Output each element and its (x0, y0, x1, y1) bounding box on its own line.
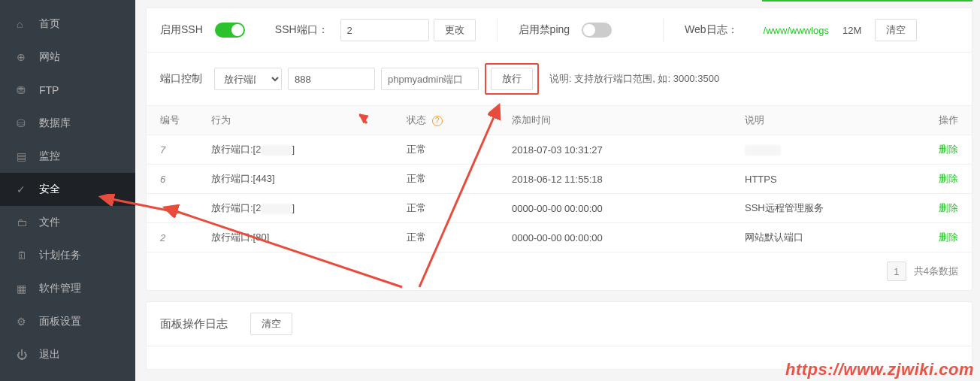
main: 启用SSH SSH端口： 更改 启用禁ping Web日志： /www/wwwl… (135, 0, 980, 381)
cell-ops: 删除 (927, 223, 972, 252)
cell-behavior: 放行端口:[80] (205, 223, 401, 252)
watermark: https://www.zjwiki.com (785, 360, 974, 379)
ssh-change-button[interactable]: 更改 (434, 19, 476, 41)
sidebar-item-label: 网站 (39, 50, 60, 64)
calendar-icon: 🗓 (17, 249, 32, 262)
table-row: 放行端口:[2xx]正常0000-00-00 00:00:00SSH远程管理服务… (147, 194, 972, 223)
separator (663, 19, 664, 41)
port-release-button[interactable]: 放行 (491, 68, 533, 90)
release-highlight: 放行 (485, 63, 539, 95)
ssh-toggle[interactable] (215, 23, 245, 38)
cell-ops: 删除 (927, 194, 972, 223)
gear-icon: ⚙ (17, 316, 32, 328)
sidebar-item-logout[interactable]: ⏻ 退出 (0, 338, 135, 371)
table-row: 7放行端口:[2xx]正常2018-07-03 10:31:27xxx删除 (147, 135, 972, 165)
ssh-row: 启用SSH SSH端口： 更改 启用禁ping Web日志： /www/wwwl… (147, 8, 972, 53)
weblog-clear-button[interactable]: 清空 (875, 19, 917, 41)
weblog-path[interactable]: /www/wwwlogs (764, 25, 829, 36)
delete-link[interactable]: 删除 (939, 202, 958, 213)
port-control-label: 端口控制 (160, 72, 202, 86)
ssh-enable-label: 启用SSH (160, 23, 203, 37)
help-icon[interactable]: ? (432, 116, 443, 126)
table-row: 2放行端口:[80]正常0000-00-00 00:00:00网站默认端口删除 (147, 223, 972, 252)
globe-icon: ⊕ (17, 51, 32, 63)
col-behavior: 行为 (205, 106, 401, 135)
sidebar-item-label: 计划任务 (39, 249, 81, 262)
cell-status: 正常 (401, 223, 506, 252)
sidebar-item-label: 监控 (39, 150, 60, 163)
sidebar-item-monitor[interactable]: ▤ 监控 (0, 140, 135, 173)
table-row: 6放行端口:[443]正常2018-06-12 11:55:18HTTPS删除 (147, 165, 972, 194)
port-number-input[interactable] (288, 68, 375, 90)
ping-label: 启用禁ping (519, 23, 570, 37)
sidebar-item-software[interactable]: ▦ 软件管理 (0, 272, 135, 305)
col-status: 状态 ? (401, 106, 506, 135)
cell-time: 2018-07-03 10:31:27 (506, 135, 739, 165)
port-help-text: 说明: 支持放行端口范围, 如: 3000:3500 (549, 72, 719, 86)
port-remark-input[interactable] (381, 68, 479, 90)
cell-behavior: 放行端口:[443] (205, 165, 401, 194)
grid-icon: ▦ (17, 283, 32, 295)
sidebar-item-label: 软件管理 (39, 282, 81, 295)
sidebar-item-label: 首页 (39, 17, 60, 31)
delete-link[interactable]: 删除 (939, 231, 958, 243)
cell-status: 正常 (401, 194, 506, 223)
delete-link[interactable]: 删除 (939, 144, 958, 155)
col-ops: 操作 (927, 106, 972, 135)
log-clear-button[interactable]: 清空 (250, 313, 292, 335)
cell-time: 0000-00-00 00:00:00 (506, 194, 739, 223)
table-header-row: 编号 行为 状态 ? 添加时间 说明 操作 (147, 106, 972, 135)
cell-desc: 网站默认端口 (739, 223, 927, 252)
sidebar-item-db[interactable]: ⛁ 数据库 (0, 107, 135, 140)
pagination: 1 共4条数据 (147, 252, 972, 290)
cell-desc: HTTPS (739, 165, 927, 194)
cell-id: 7 (147, 135, 205, 165)
ping-toggle[interactable] (582, 23, 612, 38)
col-id: 编号 (147, 106, 205, 135)
ssh-port-label: SSH端口： (275, 23, 328, 37)
sidebar-item-site[interactable]: ⊕ 网站 (0, 41, 135, 74)
log-panel-title: 面板操作日志 (160, 317, 228, 331)
sidebar-item-home[interactable]: ⌂ 首页 (0, 8, 135, 41)
separator (497, 19, 498, 41)
cell-behavior: 放行端口:[2xx] (205, 194, 401, 223)
port-control-row: 端口控制 放行端口 放行 说明: 支持放行端口范围, 如: 3000:3500 (147, 53, 972, 106)
cell-time: 2018-06-12 11:55:18 (506, 165, 739, 194)
delete-link[interactable]: 删除 (939, 173, 958, 184)
cell-time: 0000-00-00 00:00:00 (506, 223, 739, 252)
cell-desc: SSH远程管理服务 (739, 194, 927, 223)
cell-ops: 删除 (927, 135, 972, 165)
col-desc: 说明 (739, 106, 927, 135)
cell-status: 正常 (401, 135, 506, 165)
cell-id (147, 194, 205, 223)
folder-icon: 🗀 (17, 216, 32, 228)
sidebar-item-label: 面板设置 (39, 315, 81, 328)
cell-ops: 删除 (927, 165, 972, 194)
ftp-icon: ⛃ (17, 84, 32, 96)
sidebar: ⌂ 首页 ⊕ 网站 ⛃ FTP ⛁ 数据库 ▤ 监控 ✓ 安全 🗀 文件 🗓 计… (0, 0, 135, 381)
weblog-label: Web日志： (685, 23, 738, 37)
sidebar-item-label: 数据库 (39, 116, 71, 130)
page-total-text: 共4条数据 (914, 265, 958, 278)
col-time: 添加时间 (506, 106, 739, 135)
cell-desc: xxx (739, 135, 927, 165)
chart-icon: ▤ (17, 150, 32, 162)
power-icon: ⏻ (17, 349, 32, 361)
sidebar-item-settings[interactable]: ⚙ 面板设置 (0, 305, 135, 338)
cell-behavior: 放行端口:[2xx] (205, 135, 401, 165)
sidebar-item-label: 安全 (39, 183, 60, 196)
sidebar-item-ftp[interactable]: ⛃ FTP (0, 74, 135, 107)
shield-icon: ✓ (17, 183, 32, 195)
sidebar-item-cron[interactable]: 🗓 计划任务 (0, 239, 135, 272)
port-action-select[interactable]: 放行端口 (214, 68, 282, 90)
sidebar-item-security[interactable]: ✓ 安全 (0, 173, 135, 206)
sidebar-item-files[interactable]: 🗀 文件 (0, 206, 135, 239)
sidebar-item-label: FTP (39, 84, 59, 96)
home-icon: ⌂ (17, 18, 32, 30)
page-current[interactable]: 1 (887, 262, 906, 281)
port-rules-table: 编号 行为 状态 ? 添加时间 说明 操作 7放行端口:[2xx]正常2018-… (147, 106, 972, 252)
ssh-port-input[interactable] (340, 19, 429, 41)
sidebar-item-label: 文件 (39, 216, 60, 229)
database-icon: ⛁ (17, 117, 32, 129)
sidebar-item-label: 退出 (39, 348, 60, 361)
